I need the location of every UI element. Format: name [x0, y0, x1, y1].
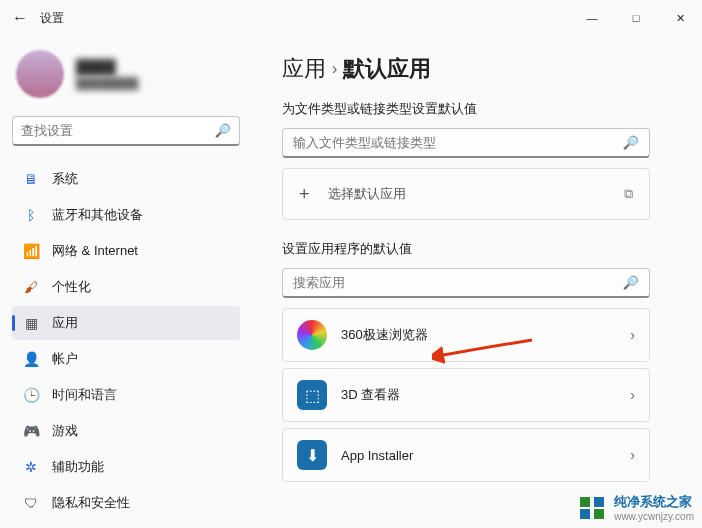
search-settings[interactable]: 🔍 [12, 116, 240, 146]
minimize-button[interactable]: — [570, 0, 614, 36]
sidebar-item-7[interactable]: 🎮游戏 [12, 414, 240, 448]
nav-label: 应用 [52, 314, 78, 332]
window-title: 设置 [40, 10, 64, 27]
nav-icon: 👤 [22, 350, 40, 368]
nav-label: 网络 & Internet [52, 242, 138, 260]
chevron-right-icon: › [332, 60, 337, 78]
app-search-row[interactable]: 🔍 [282, 268, 650, 298]
nav-icon: ✲ [22, 458, 40, 476]
app-name: 360极速浏览器 [341, 326, 428, 344]
nav-icon: 🎮 [22, 422, 40, 440]
breadcrumb-root[interactable]: 应用 [282, 54, 326, 84]
search-input[interactable] [21, 123, 215, 138]
sidebar: ████ ████████ 🔍 🖥系统ᛒ蓝牙和其他设备📶网络 & Interne… [0, 36, 252, 528]
nav-label: 蓝牙和其他设备 [52, 206, 143, 224]
svg-rect-3 [594, 509, 604, 519]
sidebar-item-3[interactable]: 🖌个性化 [12, 270, 240, 304]
sidebar-item-2[interactable]: 📶网络 & Internet [12, 234, 240, 268]
nav-label: 辅助功能 [52, 458, 104, 476]
back-button[interactable]: ← [12, 9, 40, 27]
search-icon: 🔍 [623, 135, 639, 150]
section2-label: 设置应用程序的默认值 [282, 240, 680, 258]
chevron-right-icon: › [630, 327, 635, 343]
nav-icon: 🖌 [22, 278, 40, 296]
nav-icon: 📶 [22, 242, 40, 260]
profile-sub: ████████ [76, 77, 138, 89]
app-item-2[interactable]: ⬇App Installer› [282, 428, 650, 482]
app-list: 360极速浏览器›⬚3D 查看器›⬇App Installer› [282, 308, 680, 482]
nav-icon: 🖥 [22, 170, 40, 188]
svg-rect-0 [580, 497, 590, 507]
breadcrumb: 应用 › 默认应用 [282, 54, 680, 84]
chevron-right-icon: › [630, 387, 635, 403]
window-controls: — □ ✕ [570, 0, 702, 36]
close-button[interactable]: ✕ [658, 0, 702, 36]
sidebar-item-6[interactable]: 🕒时间和语言 [12, 378, 240, 412]
nav-label: 系统 [52, 170, 78, 188]
avatar [16, 50, 64, 98]
breadcrumb-current: 默认应用 [343, 54, 431, 84]
search-icon: 🔍 [215, 123, 231, 138]
search-icon: 🔍 [623, 275, 639, 290]
nav-list: 🖥系统ᛒ蓝牙和其他设备📶网络 & Internet🖌个性化▦应用👤帐户🕒时间和语… [12, 162, 240, 520]
sidebar-item-8[interactable]: ✲辅助功能 [12, 450, 240, 484]
svg-rect-2 [580, 509, 590, 519]
nav-icon: 🛡 [22, 494, 40, 512]
content: 应用 › 默认应用 为文件类型或链接类型设置默认值 🔍 + 选择默认应用 ⧉ 设… [252, 36, 702, 528]
titlebar: ← 设置 — □ ✕ [0, 0, 702, 36]
maximize-button[interactable]: □ [614, 0, 658, 36]
svg-rect-1 [594, 497, 604, 507]
chevron-right-icon: › [630, 447, 635, 463]
sidebar-item-1[interactable]: ᛒ蓝牙和其他设备 [12, 198, 240, 232]
filetype-input-row[interactable]: 🔍 [282, 128, 650, 158]
filetype-input[interactable] [293, 135, 623, 150]
app-name: App Installer [341, 448, 413, 463]
nav-label: 隐私和安全性 [52, 494, 130, 512]
watermark: 纯净系统之家 www.ycwnjzy.com [580, 493, 694, 522]
profile[interactable]: ████ ████████ [12, 44, 240, 116]
open-icon: ⧉ [624, 186, 633, 202]
app-item-0[interactable]: 360极速浏览器› [282, 308, 650, 362]
nav-label: 游戏 [52, 422, 78, 440]
nav-icon: 🕒 [22, 386, 40, 404]
app-name: 3D 查看器 [341, 386, 400, 404]
sidebar-item-0[interactable]: 🖥系统 [12, 162, 240, 196]
choose-default-label: 选择默认应用 [328, 185, 406, 203]
app-icon: ⬇ [297, 440, 327, 470]
nav-label: 个性化 [52, 278, 91, 296]
watermark-url: www.ycwnjzy.com [614, 511, 694, 522]
app-icon [297, 320, 327, 350]
profile-name: ████ [76, 59, 138, 75]
section1-label: 为文件类型或链接类型设置默认值 [282, 100, 680, 118]
main: ████ ████████ 🔍 🖥系统ᛒ蓝牙和其他设备📶网络 & Interne… [0, 36, 702, 528]
sidebar-item-5[interactable]: 👤帐户 [12, 342, 240, 376]
choose-default-app[interactable]: + 选择默认应用 ⧉ [282, 168, 650, 220]
watermark-text: 纯净系统之家 [614, 494, 692, 509]
nav-icon: ▦ [22, 314, 40, 332]
app-search-input[interactable] [293, 275, 623, 290]
nav-label: 时间和语言 [52, 386, 117, 404]
app-icon: ⬚ [297, 380, 327, 410]
nav-icon: ᛒ [22, 206, 40, 224]
nav-label: 帐户 [52, 350, 78, 368]
plus-icon: + [299, 184, 310, 205]
sidebar-item-9[interactable]: 🛡隐私和安全性 [12, 486, 240, 520]
app-item-1[interactable]: ⬚3D 查看器› [282, 368, 650, 422]
sidebar-item-4[interactable]: ▦应用 [12, 306, 240, 340]
